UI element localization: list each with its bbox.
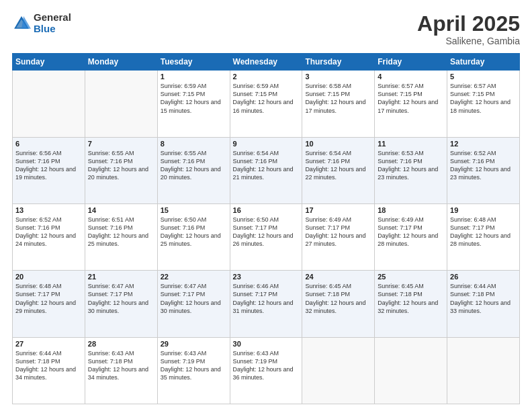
table-row: 2Sunrise: 6:59 AM Sunset: 7:15 PM Daylig…	[230, 71, 302, 137]
day-number: 23	[233, 273, 300, 281]
day-number: 26	[450, 273, 517, 281]
day-info: Sunrise: 6:47 AM Sunset: 7:17 PM Dayligh…	[161, 282, 227, 315]
table-row: 20Sunrise: 6:48 AM Sunset: 7:17 PM Dayli…	[13, 271, 85, 337]
table-row: 24Sunrise: 6:45 AM Sunset: 7:18 PM Dayli…	[302, 271, 375, 337]
day-info: Sunrise: 6:43 AM Sunset: 7:19 PM Dayligh…	[161, 349, 227, 382]
calendar-week-row: 27Sunrise: 6:44 AM Sunset: 7:18 PM Dayli…	[13, 337, 520, 404]
table-row: 29Sunrise: 6:43 AM Sunset: 7:19 PM Dayli…	[157, 337, 230, 404]
day-info: Sunrise: 6:58 AM Sunset: 7:15 PM Dayligh…	[305, 82, 371, 115]
day-number: 19	[450, 206, 517, 214]
table-row: 14Sunrise: 6:51 AM Sunset: 7:16 PM Dayli…	[85, 203, 157, 270]
table-row: 15Sunrise: 6:50 AM Sunset: 7:16 PM Dayli…	[157, 203, 230, 270]
table-row: 19Sunrise: 6:48 AM Sunset: 7:17 PM Dayli…	[447, 203, 520, 270]
logo-blue: Blue	[34, 24, 71, 35]
day-number: 2	[233, 73, 300, 81]
logo-icon	[12, 14, 31, 33]
header-wednesday: Wednesday	[230, 54, 302, 71]
day-number: 8	[161, 140, 227, 148]
header-tuesday: Tuesday	[157, 54, 230, 71]
table-row: 17Sunrise: 6:49 AM Sunset: 7:17 PM Dayli…	[302, 203, 375, 270]
day-number: 9	[233, 140, 300, 148]
day-number: 5	[450, 73, 517, 81]
calendar-week-row: 1Sunrise: 6:59 AM Sunset: 7:15 PM Daylig…	[13, 71, 520, 137]
day-number: 13	[15, 206, 82, 214]
day-number: 30	[233, 340, 300, 348]
day-number: 10	[305, 140, 371, 148]
location-subtitle: Salikene, Gambia	[417, 36, 520, 46]
day-info: Sunrise: 6:55 AM Sunset: 7:16 PM Dayligh…	[161, 149, 227, 182]
table-row	[302, 337, 375, 404]
day-number: 14	[88, 206, 154, 214]
day-info: Sunrise: 6:50 AM Sunset: 7:17 PM Dayligh…	[233, 216, 300, 248]
day-number: 6	[15, 140, 82, 148]
table-row	[375, 337, 447, 404]
table-row: 23Sunrise: 6:46 AM Sunset: 7:17 PM Dayli…	[230, 271, 302, 337]
day-info: Sunrise: 6:43 AM Sunset: 7:18 PM Dayligh…	[88, 349, 154, 382]
day-info: Sunrise: 6:54 AM Sunset: 7:16 PM Dayligh…	[305, 149, 371, 182]
day-info: Sunrise: 6:49 AM Sunset: 7:17 PM Dayligh…	[378, 216, 444, 248]
table-row: 6Sunrise: 6:56 AM Sunset: 7:16 PM Daylig…	[13, 137, 85, 203]
day-info: Sunrise: 6:45 AM Sunset: 7:18 PM Dayligh…	[305, 282, 371, 315]
day-info: Sunrise: 6:50 AM Sunset: 7:16 PM Dayligh…	[161, 216, 227, 248]
day-info: Sunrise: 6:43 AM Sunset: 7:19 PM Dayligh…	[233, 349, 300, 382]
logo: General Blue	[12, 12, 71, 34]
calendar-week-row: 20Sunrise: 6:48 AM Sunset: 7:17 PM Dayli…	[13, 271, 520, 337]
table-row: 8Sunrise: 6:55 AM Sunset: 7:16 PM Daylig…	[157, 137, 230, 203]
title-block: April 2025 Salikene, Gambia	[417, 12, 520, 46]
page: General Blue April 2025 Salikene, Gambia…	[0, 0, 532, 411]
day-info: Sunrise: 6:44 AM Sunset: 7:18 PM Dayligh…	[15, 349, 82, 382]
day-number: 20	[15, 273, 82, 281]
table-row: 3Sunrise: 6:58 AM Sunset: 7:15 PM Daylig…	[302, 71, 375, 137]
day-info: Sunrise: 6:46 AM Sunset: 7:17 PM Dayligh…	[233, 282, 300, 315]
table-row: 28Sunrise: 6:43 AM Sunset: 7:18 PM Dayli…	[85, 337, 157, 404]
day-number: 4	[378, 73, 444, 81]
day-info: Sunrise: 6:53 AM Sunset: 7:16 PM Dayligh…	[378, 149, 444, 182]
header-monday: Monday	[85, 54, 157, 71]
day-info: Sunrise: 6:54 AM Sunset: 7:16 PM Dayligh…	[233, 149, 300, 182]
day-info: Sunrise: 6:44 AM Sunset: 7:18 PM Dayligh…	[450, 282, 517, 315]
day-info: Sunrise: 6:47 AM Sunset: 7:17 PM Dayligh…	[88, 282, 154, 315]
table-row: 22Sunrise: 6:47 AM Sunset: 7:17 PM Dayli…	[157, 271, 230, 337]
table-row: 30Sunrise: 6:43 AM Sunset: 7:19 PM Dayli…	[230, 337, 302, 404]
table-row: 16Sunrise: 6:50 AM Sunset: 7:17 PM Dayli…	[230, 203, 302, 270]
day-number: 27	[15, 340, 82, 348]
day-info: Sunrise: 6:49 AM Sunset: 7:17 PM Dayligh…	[305, 216, 371, 248]
table-row: 27Sunrise: 6:44 AM Sunset: 7:18 PM Dayli…	[13, 337, 85, 404]
day-info: Sunrise: 6:52 AM Sunset: 7:16 PM Dayligh…	[450, 149, 517, 182]
day-number: 7	[88, 140, 154, 148]
day-info: Sunrise: 6:48 AM Sunset: 7:17 PM Dayligh…	[15, 282, 82, 315]
day-info: Sunrise: 6:51 AM Sunset: 7:16 PM Dayligh…	[88, 216, 154, 248]
table-row: 5Sunrise: 6:57 AM Sunset: 7:15 PM Daylig…	[447, 71, 520, 137]
table-row: 26Sunrise: 6:44 AM Sunset: 7:18 PM Dayli…	[447, 271, 520, 337]
header-friday: Friday	[375, 54, 447, 71]
table-row: 9Sunrise: 6:54 AM Sunset: 7:16 PM Daylig…	[230, 137, 302, 203]
calendar-week-row: 6Sunrise: 6:56 AM Sunset: 7:16 PM Daylig…	[13, 137, 520, 203]
table-row: 4Sunrise: 6:57 AM Sunset: 7:15 PM Daylig…	[375, 71, 447, 137]
month-title: April 2025	[417, 12, 520, 36]
day-number: 1	[161, 73, 227, 81]
table-row: 25Sunrise: 6:45 AM Sunset: 7:18 PM Dayli…	[375, 271, 447, 337]
table-row: 12Sunrise: 6:52 AM Sunset: 7:16 PM Dayli…	[447, 137, 520, 203]
table-row: 13Sunrise: 6:52 AM Sunset: 7:16 PM Dayli…	[13, 203, 85, 270]
table-row: 10Sunrise: 6:54 AM Sunset: 7:16 PM Dayli…	[302, 137, 375, 203]
table-row	[85, 71, 157, 137]
table-row	[447, 337, 520, 404]
calendar-week-row: 13Sunrise: 6:52 AM Sunset: 7:16 PM Dayli…	[13, 203, 520, 270]
day-number: 25	[378, 273, 444, 281]
day-info: Sunrise: 6:45 AM Sunset: 7:18 PM Dayligh…	[378, 282, 444, 315]
header-thursday: Thursday	[302, 54, 375, 71]
day-number: 18	[378, 206, 444, 214]
logo-text: General Blue	[34, 12, 71, 34]
table-row: 7Sunrise: 6:55 AM Sunset: 7:16 PM Daylig…	[85, 137, 157, 203]
day-info: Sunrise: 6:57 AM Sunset: 7:15 PM Dayligh…	[450, 82, 517, 115]
day-number: 12	[450, 140, 517, 148]
day-number: 17	[305, 206, 371, 214]
day-number: 21	[88, 273, 154, 281]
day-number: 29	[161, 340, 227, 348]
calendar-header-row: Sunday Monday Tuesday Wednesday Thursday…	[13, 54, 520, 71]
day-info: Sunrise: 6:59 AM Sunset: 7:15 PM Dayligh…	[233, 82, 300, 115]
table-row: 21Sunrise: 6:47 AM Sunset: 7:17 PM Dayli…	[85, 271, 157, 337]
day-number: 28	[88, 340, 154, 348]
day-info: Sunrise: 6:52 AM Sunset: 7:16 PM Dayligh…	[15, 216, 82, 248]
svg-marker-2	[21, 16, 31, 29]
